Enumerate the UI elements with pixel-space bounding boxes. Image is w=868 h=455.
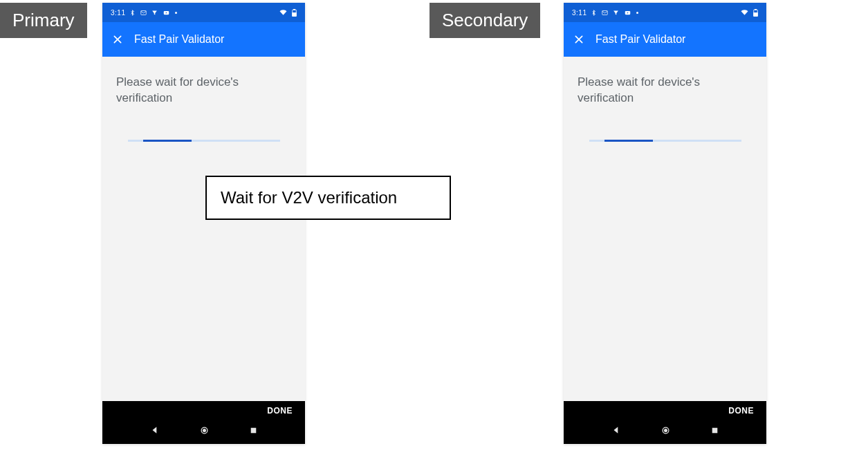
done-button[interactable]: DONE [267, 406, 293, 416]
status-time: 3:11 [111, 9, 125, 17]
phone-secondary: 3:11 Fast Pai [564, 3, 766, 444]
status-bar: 3:11 [102, 3, 305, 22]
wifi-icon [279, 9, 288, 16]
phone-primary: 3:11 Fast Pai [102, 3, 305, 444]
status-bar: 3:11 [564, 3, 766, 22]
mail-icon [140, 10, 147, 16]
filter-icon [613, 10, 619, 16]
battery-icon [292, 9, 297, 17]
content-area: Please wait for device's verification [564, 57, 766, 401]
youtube-icon [162, 10, 171, 16]
filter-icon [151, 10, 158, 16]
battery-icon [753, 9, 758, 17]
wait-message: Please wait for device's verification [116, 75, 291, 106]
nav-recent-icon[interactable] [249, 426, 258, 435]
close-icon[interactable] [573, 34, 584, 45]
nav-recent-icon[interactable] [710, 426, 719, 435]
close-icon[interactable] [112, 34, 123, 45]
app-bar: Fast Pair Validator [102, 22, 305, 57]
wait-message: Please wait for device's verification [578, 75, 752, 106]
callout-box: Wait for V2V verification [205, 176, 451, 220]
wifi-icon [740, 9, 749, 16]
callout-text: Wait for V2V verification [221, 188, 397, 207]
done-button[interactable]: DONE [728, 406, 754, 416]
youtube-icon [623, 10, 632, 16]
app-bar: Fast Pair Validator [564, 22, 766, 57]
app-title: Fast Pair Validator [595, 33, 685, 46]
bluetooth-icon [129, 9, 136, 17]
svg-rect-15 [712, 427, 717, 433]
svg-point-14 [664, 429, 667, 431]
svg-rect-4 [293, 12, 297, 16]
svg-rect-3 [293, 9, 295, 10]
nav-home-icon[interactable] [199, 425, 210, 436]
svg-point-6 [203, 429, 205, 431]
svg-rect-12 [754, 12, 758, 16]
status-time: 3:11 [572, 9, 587, 17]
nav-home-icon[interactable] [661, 425, 671, 436]
bluetooth-icon [591, 9, 597, 17]
progress-indicator [128, 140, 280, 142]
nav-back-icon[interactable] [150, 425, 160, 435]
svg-rect-7 [250, 427, 256, 433]
nav-back-icon[interactable] [611, 425, 621, 435]
primary-label: Primary [0, 3, 87, 38]
dot-icon [175, 12, 177, 14]
bottom-bar: DONE [102, 401, 305, 444]
app-title: Fast Pair Validator [134, 33, 224, 46]
svg-rect-11 [755, 9, 756, 10]
bottom-bar: DONE [564, 401, 766, 444]
dot-icon [636, 12, 638, 14]
secondary-label: Secondary [430, 3, 540, 38]
content-area: Please wait for device's verification [102, 57, 305, 401]
progress-indicator [589, 140, 741, 142]
mail-icon [601, 10, 609, 16]
